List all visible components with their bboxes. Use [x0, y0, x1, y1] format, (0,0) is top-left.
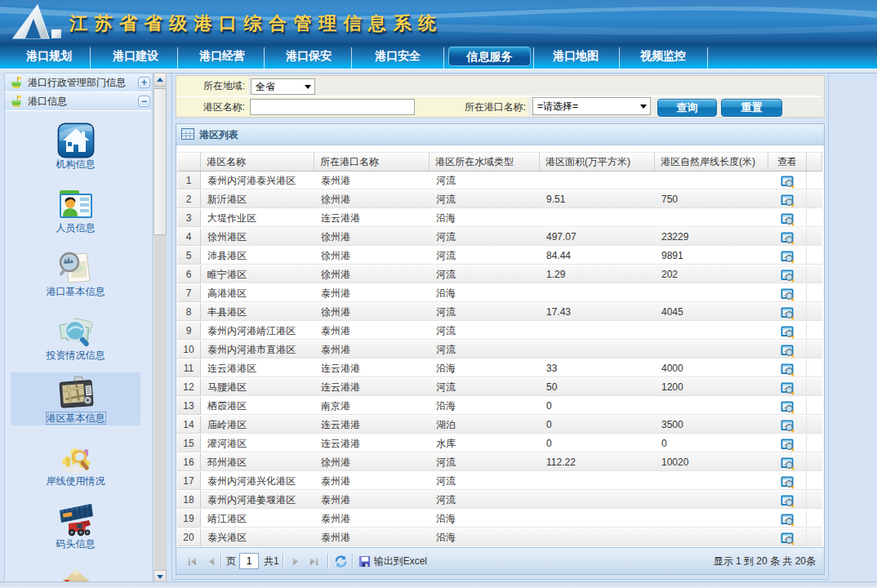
- nav-item-1[interactable]: 港口规划: [6, 44, 92, 69]
- table-row-3[interactable]: 3大堤作业区连云港港沿海: [177, 209, 822, 228]
- table-row-15[interactable]: 15灌河港区连云港港水库00: [177, 434, 822, 453]
- area-name-input[interactable]: [250, 99, 415, 115]
- view-record-icon[interactable]: [781, 439, 795, 452]
- column-header-1[interactable]: 港区名称: [201, 152, 314, 172]
- column-header-6[interactable]: 查看: [768, 152, 807, 172]
- view-record-icon[interactable]: [781, 401, 795, 414]
- cell-water-type: 湖泊: [430, 416, 540, 434]
- sidebar-item-7[interactable]: 码头信息: [11, 502, 140, 556]
- table-row-17[interactable]: 17泰州内河港兴化港区泰州港河流: [177, 472, 822, 491]
- sidebar-item-1[interactable]: 机构信息: [11, 122, 140, 176]
- view-record-icon[interactable]: [781, 326, 795, 339]
- table-row-16[interactable]: 16邳州港区徐州港河流112.2210020: [177, 453, 822, 472]
- view-cell: [768, 265, 807, 283]
- nav-item-3[interactable]: 港口经营: [179, 44, 265, 69]
- spacer-cell: [807, 228, 822, 246]
- collapse-group-button[interactable]: −: [138, 96, 150, 107]
- nav-item-5[interactable]: 港口安全: [354, 44, 441, 69]
- pager-separator: [352, 554, 353, 568]
- cell-area-name: 邳州港区: [201, 453, 314, 471]
- port-select[interactable]: =请选择=: [532, 97, 651, 115]
- nav-item-2[interactable]: 港口建设: [92, 44, 179, 69]
- view-record-icon[interactable]: [781, 532, 795, 546]
- sidebar-scrollbar[interactable]: [154, 73, 167, 586]
- view-record-icon[interactable]: [781, 307, 795, 320]
- view-record-icon[interactable]: [781, 363, 795, 376]
- table-row-9[interactable]: 9泰州内河港靖江港区泰州港河流: [177, 322, 822, 341]
- table-row-14[interactable]: 14庙岭港区连云港港湖泊03500: [177, 416, 822, 434]
- scroll-up-button[interactable]: [154, 73, 167, 87]
- cell-shoreline-length: [655, 322, 768, 340]
- sidebar-item-4[interactable]: 投资情况信息: [11, 314, 140, 368]
- sidebar-item-label: 码头信息: [56, 538, 96, 550]
- prev-page-button[interactable]: [207, 557, 216, 566]
- view-record-icon[interactable]: [781, 232, 795, 245]
- table-row-11[interactable]: 11连云港港区连云港港沿海334000: [177, 359, 822, 378]
- sidebar-group-portinfo[interactable]: 港口信息 −: [5, 92, 152, 111]
- page-number-input[interactable]: [239, 553, 259, 569]
- view-record-icon[interactable]: [781, 457, 795, 470]
- row-number: 2: [177, 190, 201, 208]
- table-row-19[interactable]: 19靖江港区泰州港沿海: [177, 510, 822, 528]
- cell-area-size: [540, 491, 655, 509]
- column-header-2[interactable]: 所在港口名称: [314, 152, 430, 172]
- export-excel-button[interactable]: 输出到Excel: [358, 555, 427, 568]
- save-disk-icon: [358, 555, 371, 568]
- cell-area-name: 高港港区: [201, 284, 314, 302]
- column-header-5[interactable]: 港区自然岸线长度(米): [655, 152, 768, 172]
- last-page-button[interactable]: [309, 557, 318, 566]
- view-record-icon[interactable]: [781, 270, 795, 283]
- reset-button[interactable]: 重置: [721, 99, 782, 117]
- sidebar-item-2[interactable]: 人员信息: [11, 186, 140, 240]
- nav-item-6[interactable]: 信息服务: [448, 47, 531, 66]
- column-header-3[interactable]: 港区所在水域类型: [430, 152, 540, 172]
- refresh-button[interactable]: [334, 555, 348, 568]
- sidebar-group-label: 港口信息: [28, 92, 67, 110]
- view-record-icon[interactable]: [781, 514, 795, 527]
- table-row-18[interactable]: 18泰州内河港姜堰港区泰州港河流: [177, 491, 822, 510]
- view-record-icon[interactable]: [781, 176, 795, 189]
- table-row-10[interactable]: 10泰州内河港市直港区泰州港河流: [177, 341, 822, 359]
- query-button[interactable]: 查询: [657, 99, 717, 117]
- scrollbar-thumb[interactable]: [154, 88, 167, 235]
- table-row-7[interactable]: 7高港港区泰州港沿海: [177, 284, 822, 303]
- nav-item-7[interactable]: 港口地图: [532, 44, 619, 69]
- sidebar-item-3[interactable]: 港口基本信息: [11, 250, 140, 304]
- sidebar-item-6[interactable]: 岸线使用情况: [11, 439, 140, 493]
- view-record-icon[interactable]: [781, 345, 795, 358]
- row-number: 1: [177, 172, 201, 189]
- column-header-4[interactable]: 港区面积(万平方米): [540, 152, 655, 172]
- region-select[interactable]: 全省: [251, 78, 315, 95]
- nav-item-4[interactable]: 港口保安: [265, 44, 352, 69]
- view-record-icon[interactable]: [781, 213, 795, 226]
- sidebar-item-label: 人员信息: [56, 222, 96, 234]
- table-row-20[interactable]: 20泰兴港区泰州港沿海: [177, 528, 822, 547]
- cell-port-name: 徐州港: [314, 190, 430, 208]
- table-row-1[interactable]: 1泰州内河港泰兴港区泰州港河流: [177, 172, 822, 190]
- table-row-12[interactable]: 12马腰港区连云港港河流501200: [177, 378, 822, 397]
- view-record-icon[interactable]: [781, 476, 795, 489]
- cell-area-name: 靖江港区: [201, 510, 314, 528]
- view-record-icon[interactable]: [781, 194, 795, 207]
- sidebar-item-label: 港区基本信息: [46, 412, 106, 425]
- first-page-button[interactable]: [188, 557, 197, 566]
- table-row-2[interactable]: 2新沂港区徐州港河流9.51750: [177, 190, 822, 209]
- table-row-5[interactable]: 5沛县港区徐州港河流84.449891: [177, 247, 822, 265]
- table-row-6[interactable]: 6睢宁港区徐州港河流1.29202: [177, 265, 822, 284]
- view-record-icon[interactable]: [781, 382, 795, 395]
- next-page-button[interactable]: [292, 557, 300, 566]
- table-row-13[interactable]: 13栖霞港区南京港沿海0: [177, 397, 822, 416]
- view-record-icon[interactable]: [781, 288, 795, 301]
- grid-caption: 港区列表: [199, 124, 238, 145]
- table-row-8[interactable]: 8丰县港区徐州港河流17.434045: [177, 303, 822, 322]
- expand-group-button[interactable]: +: [138, 77, 150, 88]
- nav-item-8[interactable]: 视频监控: [620, 44, 706, 69]
- row-number: 19: [177, 510, 201, 528]
- view-record-icon[interactable]: [781, 251, 795, 264]
- sidebar-item-5[interactable]: 港区基本信息: [11, 372, 140, 425]
- sidebar-group-admin[interactable]: 港口行政管理部门信息 +: [5, 74, 152, 92]
- cell-port-name: 徐州港: [314, 453, 430, 471]
- table-row-4[interactable]: 4徐州港区徐州港河流497.0723229: [177, 228, 822, 247]
- view-record-icon[interactable]: [781, 495, 795, 508]
- view-record-icon[interactable]: [781, 420, 795, 433]
